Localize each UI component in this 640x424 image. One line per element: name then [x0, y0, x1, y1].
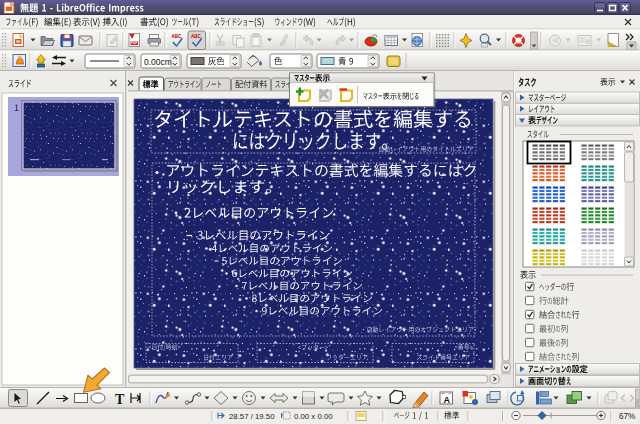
svg-text:PDF: PDF	[131, 41, 137, 45]
svg-text:28.57 / 19.50: 28.57 / 19.50	[229, 412, 275, 421]
svg-text:T: T	[115, 392, 125, 407]
svg-text:0.00cm: 0.00cm	[144, 57, 172, 67]
svg-text:ABC: ABC	[191, 34, 201, 39]
svg-text:67%: 67%	[619, 412, 635, 421]
svg-text:ABC: ABC	[172, 34, 182, 39]
svg-text:A: A	[444, 395, 451, 405]
svg-text:0.00 x 0.00: 0.00 x 0.00	[294, 412, 333, 421]
